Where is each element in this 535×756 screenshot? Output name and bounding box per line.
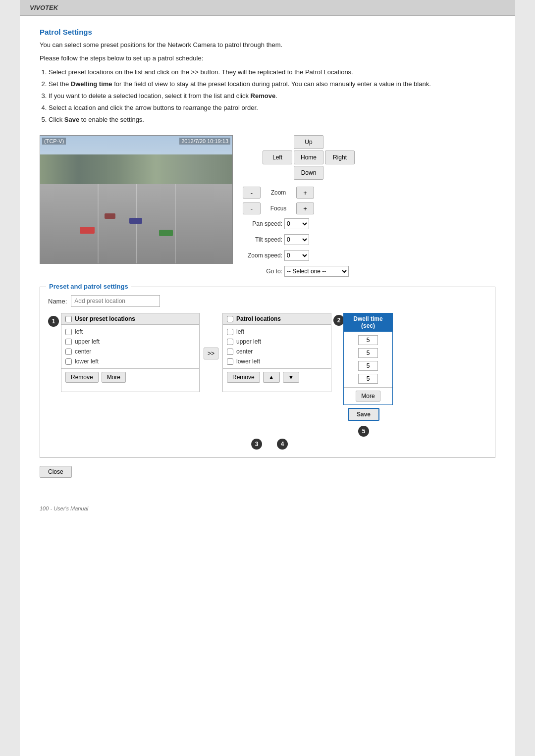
preset-box-legend: Preset and patrol settings xyxy=(46,283,131,290)
patrol-center-checkbox[interactable] xyxy=(227,349,233,355)
list-item: lower left xyxy=(61,356,199,366)
dwell-more-button[interactable]: More xyxy=(356,391,380,402)
zoom-plus-button[interactable]: + xyxy=(296,187,314,199)
list-item: lower left xyxy=(223,356,331,366)
brand-bar: VIVOTEK xyxy=(20,0,515,16)
ptz-controls: Up Left Home Right Down - Zoom + xyxy=(243,135,495,277)
pan-speed-row: Pan speed: 0123 xyxy=(243,218,495,229)
zoom-speed-select[interactable]: 0123 xyxy=(284,250,309,261)
item-lower-left-checkbox[interactable] xyxy=(65,358,72,365)
goto-label: Go to: xyxy=(243,268,282,275)
item-center-checkbox[interactable] xyxy=(65,349,72,355)
zoom-minus-button[interactable]: - xyxy=(243,187,261,199)
patrol-btn-row: Remove ▲ ▼ xyxy=(223,368,331,386)
right-button[interactable]: Right xyxy=(325,151,355,164)
dwell-list xyxy=(344,332,392,387)
patrol-select-all[interactable] xyxy=(227,316,233,322)
dwell-header-line1: Dwell time xyxy=(348,315,388,322)
camera-label: (TCP-V) xyxy=(42,138,66,145)
focus-row: - Focus + xyxy=(243,202,495,214)
patrol-remove-button[interactable]: Remove xyxy=(227,372,260,383)
close-button[interactable]: Close xyxy=(40,466,72,478)
patrol-upper-left-checkbox[interactable] xyxy=(227,339,233,345)
section-title: Patrol Settings xyxy=(40,28,495,36)
item-lower-left-label: lower left xyxy=(75,358,99,365)
patrol-header: Patrol locations xyxy=(223,313,331,325)
dwell-item xyxy=(344,334,392,347)
goto-select[interactable]: -- Select one -- xyxy=(284,266,349,277)
dwell-item xyxy=(344,372,392,385)
dwell-item xyxy=(344,359,392,372)
focus-minus-button[interactable]: - xyxy=(243,202,261,214)
preset-box: Preset and patrol settings Name: 1 User … xyxy=(40,287,495,458)
goto-row: Go to: -- Select one -- xyxy=(243,266,495,277)
patrol-left-label: left xyxy=(236,328,244,335)
patrol-center-label: center xyxy=(236,348,253,355)
left-button[interactable]: Left xyxy=(263,151,292,164)
dwell-item xyxy=(344,347,392,359)
dir-empty-bl xyxy=(263,166,292,180)
tilt-speed-select[interactable]: 0123 xyxy=(284,234,309,245)
step-1: Select preset locations on the list and … xyxy=(49,67,495,78)
direction-grid: Up Left Home Right Down xyxy=(263,135,495,180)
tilt-speed-label: Tilt speed: xyxy=(243,236,282,243)
brand-label: VIVOTEK xyxy=(30,4,58,11)
car-2 xyxy=(129,218,142,224)
pan-speed-select[interactable]: 0123 xyxy=(284,218,309,229)
zoom-speed-row: Zoom speed: 0123 xyxy=(243,250,495,261)
dwell-input-2[interactable] xyxy=(358,348,378,358)
description1: You can select some preset positions for… xyxy=(40,40,495,50)
buildings-bg xyxy=(40,154,232,184)
step-circle-3: 3 xyxy=(251,439,262,450)
dwell-header: Dwell time (sec) xyxy=(344,313,392,332)
dwell-input-1[interactable] xyxy=(358,335,378,345)
list-item: left xyxy=(61,327,199,337)
user-preset-btn-row: Remove More xyxy=(61,368,199,386)
patrol-up-button[interactable]: ▲ xyxy=(263,372,280,383)
save-button[interactable]: Save xyxy=(348,408,379,421)
patrol-list: left upper left center xyxy=(223,325,331,368)
dwell-input-3[interactable] xyxy=(358,361,378,371)
patrol-lower-left-checkbox[interactable] xyxy=(227,358,233,365)
list-item: left xyxy=(223,327,331,337)
user-preset-header: User preset locations xyxy=(61,313,199,325)
dir-empty-br xyxy=(325,166,355,180)
down-button[interactable]: Down xyxy=(294,166,323,180)
item-left-label: left xyxy=(75,328,83,335)
user-preset-remove-button[interactable]: Remove xyxy=(65,372,99,383)
dir-empty-tl xyxy=(263,135,292,149)
zoom-row: - Zoom + xyxy=(243,187,495,199)
step-circle-2: 2 xyxy=(333,315,344,326)
step-5: Click Save to enable the settings. xyxy=(49,114,495,125)
home-button[interactable]: Home xyxy=(294,151,323,164)
item-left-checkbox[interactable] xyxy=(65,329,72,335)
patrol-down-button[interactable]: ▼ xyxy=(283,372,300,383)
step-3: If you want to delete a selected locatio… xyxy=(49,91,495,101)
item-upper-left-label: upper left xyxy=(75,338,100,345)
patrol-left-checkbox[interactable] xyxy=(227,329,233,335)
dwell-input-4[interactable] xyxy=(358,374,378,384)
user-preset-select-all[interactable] xyxy=(65,316,72,322)
patrol-lower-left-label: lower left xyxy=(236,358,260,365)
car-4 xyxy=(105,213,115,219)
patrol-panel: Patrol locations left upper left xyxy=(222,313,331,392)
name-row: Name: xyxy=(48,295,487,307)
transfer-button[interactable]: >> xyxy=(204,348,218,359)
name-input[interactable] xyxy=(71,295,160,307)
description2: Please follow the steps below to set up … xyxy=(40,53,495,64)
road-bg xyxy=(40,184,232,263)
list-item: center xyxy=(223,347,331,356)
focus-label: Focus xyxy=(264,205,293,212)
patrol-section: Patrol locations left upper left xyxy=(222,313,393,437)
item-center-label: center xyxy=(75,348,91,355)
item-upper-left-checkbox[interactable] xyxy=(65,339,72,345)
camera-timestamp: 2012/7/20 10:19:13 xyxy=(179,138,230,145)
close-area: Close xyxy=(40,466,495,478)
user-preset-more-button[interactable]: More xyxy=(102,372,126,383)
step-2: Set the Dwelling time for the field of v… xyxy=(49,79,495,90)
name-label: Name: xyxy=(48,298,67,305)
focus-plus-button[interactable]: + xyxy=(296,202,314,214)
up-button[interactable]: Up xyxy=(294,135,323,149)
list-item: center xyxy=(61,347,199,356)
zoom-label: Zoom xyxy=(264,189,293,196)
